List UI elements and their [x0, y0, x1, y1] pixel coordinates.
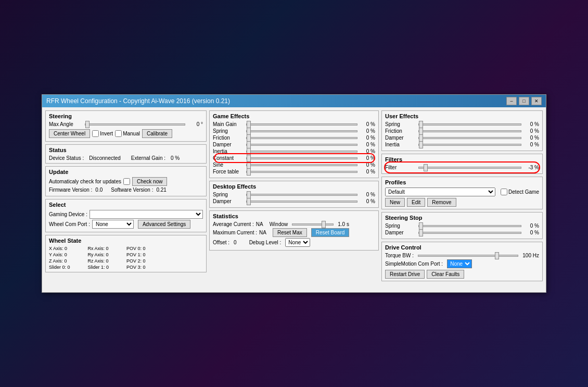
ws-x-axis: X Axis: 0 — [49, 246, 87, 251]
middle-column: Game Effects Main Gain 0 % Spring 0 % — [209, 110, 379, 281]
torque-bw-slider[interactable] — [418, 255, 518, 257]
maximize-button[interactable]: □ — [519, 97, 529, 105]
game-effects-panel: Game Effects Main Gain 0 % Spring 0 % — [209, 110, 379, 178]
user-friction-value: 0 % — [523, 128, 539, 134]
detect-game-label: Detect Game — [501, 189, 539, 195]
max-angle-slider[interactable] — [85, 123, 185, 126]
user-spring-slider[interactable] — [418, 123, 521, 126]
filter-row: Filter -3 % — [385, 165, 539, 170]
user-damper-slider[interactable] — [418, 137, 521, 139]
filters-panel: Filters Filter -3 % — [381, 154, 543, 174]
max-current-value: NA — [259, 230, 266, 235]
clear-faults-button[interactable]: Clear Faults — [427, 270, 464, 279]
simple-motion-select[interactable]: None — [447, 259, 472, 268]
auto-check-row: Automaticaly check for updates Check now — [49, 177, 203, 186]
window-label: Window — [270, 221, 288, 227]
user-inertia-label: Inertia — [385, 142, 416, 147]
filter-slider[interactable] — [418, 167, 521, 169]
profiles-select[interactable]: Default — [385, 188, 495, 196]
game-sine-label: Sine — [213, 162, 244, 168]
desktop-spring-slider[interactable] — [246, 194, 357, 196]
external-gain-value: 0 % — [171, 155, 180, 161]
ws-ry-axis: Ry Axis: 0 — [88, 252, 126, 257]
debug-label: Debug Level : — [249, 240, 282, 245]
reset-board-button[interactable]: Reset Board — [311, 228, 350, 237]
main-gain-slider[interactable] — [246, 123, 357, 126]
restart-drive-button[interactable]: Restart Drive — [385, 270, 425, 279]
close-button[interactable]: ✕ — [531, 97, 542, 105]
game-damper-slider[interactable] — [246, 144, 357, 146]
game-constant-label: Constant — [213, 155, 244, 161]
user-spring-value: 0 % — [523, 121, 539, 127]
user-friction-slider[interactable] — [418, 130, 521, 132]
game-constant-slider[interactable] — [246, 157, 357, 159]
game-spring-label: Spring — [213, 128, 244, 134]
main-gain-value: 0 % — [360, 121, 375, 127]
remove-button[interactable]: Remove — [427, 198, 456, 207]
version-row: Firmware Version : 0.0 Software Version … — [49, 187, 203, 193]
steering-stop-title: Steering Stop — [385, 215, 539, 221]
user-friction-row: Friction 0 % — [385, 128, 539, 134]
filters-title: Filters — [385, 156, 539, 163]
main-window: RFR Wheel Configuration - Copyright Ai-W… — [42, 94, 546, 293]
debug-select[interactable]: None — [285, 238, 310, 247]
auto-check-checkbox[interactable] — [123, 178, 130, 185]
desktop-effects-panel: Desktop Effects Spring 0 % Damper 0 % — [209, 181, 379, 208]
torque-bw-row: Torque BW : 100 Hz — [385, 253, 539, 258]
stop-damper-slider[interactable] — [418, 232, 521, 234]
ws-rx-axis: Rx Axis: 0 — [88, 246, 126, 251]
game-damper-label: Damper — [213, 142, 244, 147]
minimize-button[interactable]: – — [506, 97, 517, 105]
game-inertia-row: Inertia 0 % — [213, 148, 375, 154]
desktop-spring-row: Spring 0 % — [213, 192, 375, 197]
gaming-device-select[interactable] — [90, 210, 203, 219]
center-wheel-button[interactable]: Center Wheel — [49, 129, 90, 138]
reset-max-button[interactable]: Reset Max — [273, 228, 307, 237]
profiles-panel: Profiles Default Detect Game New Edit Re… — [381, 177, 543, 209]
manual-checkbox[interactable] — [115, 130, 122, 137]
wheel-com-port-select[interactable]: None — [92, 220, 134, 229]
new-button[interactable]: New — [385, 198, 405, 207]
game-friction-slider[interactable] — [246, 137, 357, 139]
game-sine-slider[interactable] — [246, 164, 357, 166]
user-damper-label: Damper — [385, 135, 416, 141]
calibrate-button[interactable]: Calibrate — [142, 129, 172, 138]
game-spring-slider[interactable] — [246, 130, 357, 132]
user-damper-value: 0 % — [523, 135, 539, 141]
advanced-settings-button[interactable]: Advanced Settings — [138, 220, 190, 229]
user-effects-panel: User Effects Spring 0 % Friction 0 % — [381, 110, 543, 151]
wheel-com-port-row: Wheel Com Port : None Advanced Settings — [49, 220, 203, 229]
window-title: RFR Wheel Configuration - Copyright Ai-W… — [46, 97, 230, 105]
user-friction-label: Friction — [385, 128, 416, 134]
edit-button[interactable]: Edit — [407, 198, 425, 207]
device-status-value: Disconnected — [89, 155, 121, 161]
title-bar: RFR Wheel Configuration - Copyright Ai-W… — [42, 95, 546, 107]
game-constant-value: 0 % — [360, 155, 375, 161]
invert-checkbox[interactable] — [92, 130, 99, 137]
max-current-row: Maximum Current : NA Reset Max Reset Boa… — [213, 228, 375, 237]
torque-bw-value: 100 Hz — [522, 253, 539, 258]
user-inertia-slider[interactable] — [418, 144, 521, 146]
desktop-damper-slider[interactable] — [246, 201, 357, 203]
check-now-button[interactable]: Check now — [132, 177, 167, 186]
force-table-row: Force table 0 % — [213, 169, 375, 174]
game-sine-row: Sine 0 % — [213, 162, 375, 168]
drive-control-title: Drive Control — [385, 244, 539, 251]
stop-spring-value: 0 % — [523, 223, 539, 229]
detect-game-checkbox[interactable] — [501, 189, 507, 195]
avg-current-label: Average Current : — [213, 221, 254, 227]
stop-damper-value: 0 % — [523, 230, 539, 235]
stop-spring-slider[interactable] — [418, 225, 521, 227]
force-table-slider[interactable] — [246, 171, 357, 173]
max-current-label: Maximum Current : — [213, 230, 257, 235]
user-damper-row: Damper 0 % — [385, 135, 539, 141]
game-sine-value: 0 % — [360, 162, 375, 168]
user-spring-label: Spring — [385, 121, 416, 127]
steering-buttons-row: Center Wheel Invert Manual Calibrate — [49, 129, 203, 138]
offset-value: 0 — [234, 240, 237, 245]
game-inertia-slider[interactable] — [246, 151, 357, 153]
game-spring-row: Spring 0 % — [213, 128, 375, 134]
window-slider[interactable] — [292, 223, 334, 226]
avg-current-row: Average Current : NA Window 1.0 s — [213, 221, 375, 227]
max-angle-value: 0 ° — [187, 121, 203, 127]
